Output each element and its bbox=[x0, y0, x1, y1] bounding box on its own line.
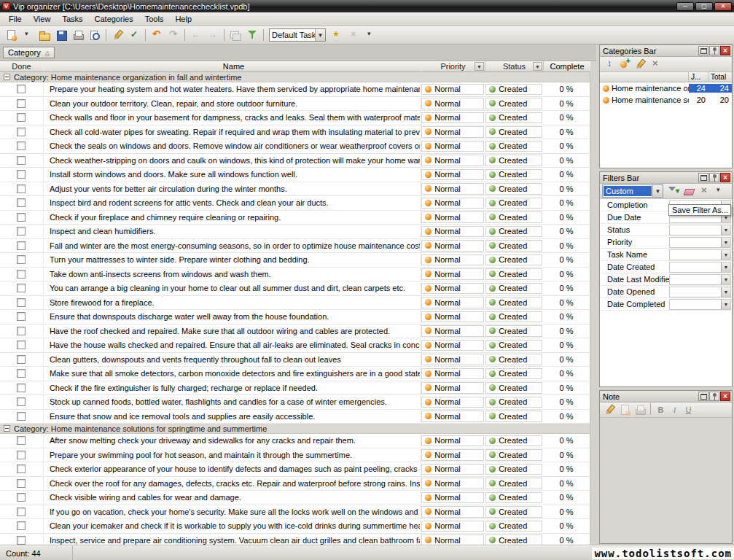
priority-cell[interactable]: Normal bbox=[421, 198, 484, 209]
status-cell[interactable]: Created bbox=[485, 311, 542, 323]
priority-cell[interactable]: Normal bbox=[421, 492, 484, 504]
task-row[interactable]: Clean your icemaker and check if it is w… bbox=[0, 519, 590, 534]
print-preview-button[interactable] bbox=[87, 28, 103, 43]
priority-cell[interactable]: Normal bbox=[421, 183, 484, 195]
column-header-name[interactable]: Name bbox=[44, 61, 421, 71]
task-row[interactable]: Stock up canned foods, bottled water, fl… bbox=[0, 395, 590, 410]
done-checkbox[interactable] bbox=[17, 436, 26, 445]
priority-cell[interactable]: Normal bbox=[421, 254, 484, 266]
priority-cell[interactable]: Normal bbox=[421, 411, 484, 422]
status-cell[interactable]: Created bbox=[485, 411, 542, 422]
done-checkbox[interactable] bbox=[17, 113, 26, 122]
column-header-done[interactable]: Done bbox=[0, 61, 44, 71]
menu-categories[interactable]: Categories bbox=[89, 12, 139, 26]
pin-panel-icon[interactable] bbox=[709, 392, 719, 401]
chevron-down-icon[interactable]: ▼ bbox=[315, 29, 325, 41]
status-cell[interactable]: Created bbox=[485, 297, 542, 308]
status-cell[interactable]: Created bbox=[485, 449, 542, 461]
task-row[interactable]: Check exterior appearance of your house … bbox=[0, 462, 590, 477]
priority-cell[interactable]: Normal bbox=[421, 534, 484, 545]
done-checkbox[interactable] bbox=[17, 384, 26, 392]
task-row[interactable]: Prepare your swimming pool for hot seaso… bbox=[0, 448, 590, 463]
done-checkbox[interactable] bbox=[17, 128, 26, 136]
status-cell[interactable]: Created bbox=[485, 240, 542, 252]
status-cell[interactable]: Created bbox=[485, 112, 542, 124]
toolbar-options-dropdown[interactable] bbox=[362, 28, 378, 43]
category-row[interactable]: Home maintenance solut2020 bbox=[600, 94, 732, 106]
status-cell[interactable]: Created bbox=[485, 534, 542, 545]
column-header-priority[interactable]: Priority ▼ bbox=[421, 61, 485, 71]
done-checkbox[interactable] bbox=[17, 184, 26, 193]
delete-category-button[interactable] bbox=[648, 58, 663, 71]
filter-preset-combo[interactable]: Custom ▼ bbox=[602, 184, 663, 198]
filter-value-combo[interactable]: ▼ bbox=[669, 237, 731, 248]
done-checkbox[interactable] bbox=[17, 327, 26, 335]
category-group-row[interactable]: Category: Home maintenance organization … bbox=[0, 72, 590, 82]
priority-cell[interactable]: Normal bbox=[421, 169, 484, 181]
status-cell[interactable]: Created bbox=[485, 283, 542, 295]
task-row[interactable]: You can arrange a big cleaning in your h… bbox=[0, 281, 590, 296]
done-checkbox[interactable] bbox=[17, 255, 26, 264]
priority-cell[interactable]: Normal bbox=[421, 240, 484, 252]
status-cell[interactable]: Created bbox=[485, 492, 542, 504]
done-checkbox[interactable] bbox=[17, 479, 26, 488]
task-row[interactable]: Check visible wiring and cables for wear… bbox=[0, 491, 590, 505]
status-filter-dropdown-icon[interactable]: ▼ bbox=[533, 62, 542, 71]
status-cell[interactable]: Created bbox=[485, 397, 542, 408]
done-checkbox[interactable] bbox=[17, 355, 26, 364]
done-checkbox[interactable] bbox=[17, 198, 26, 207]
edit-task-button[interactable] bbox=[109, 28, 125, 43]
done-checkbox[interactable] bbox=[17, 341, 26, 349]
done-checkbox[interactable] bbox=[17, 298, 26, 307]
priority-cell[interactable]: Normal bbox=[421, 84, 484, 96]
note-editor[interactable] bbox=[600, 419, 732, 543]
priority-cell[interactable]: Normal bbox=[421, 325, 484, 337]
filter-value-combo[interactable]: ▼ bbox=[669, 299, 731, 310]
print-button[interactable] bbox=[70, 28, 86, 43]
priority-cell[interactable]: Normal bbox=[421, 211, 484, 223]
status-cell[interactable]: Created bbox=[485, 183, 542, 195]
done-checkbox[interactable] bbox=[17, 270, 26, 279]
priority-cell[interactable]: Normal bbox=[421, 155, 484, 166]
status-cell[interactable]: Created bbox=[485, 268, 542, 280]
task-row[interactable]: Make sure that all smoke detectors, carb… bbox=[0, 367, 590, 381]
task-row[interactable]: Ensure that snow and ice removal tools a… bbox=[0, 410, 590, 424]
status-cell[interactable]: Created bbox=[485, 126, 542, 138]
task-row[interactable]: Ensure that downspouts discharge water w… bbox=[0, 310, 590, 324]
status-cell[interactable]: Created bbox=[485, 478, 542, 489]
clear-filter-button[interactable] bbox=[682, 184, 696, 198]
float-panel-icon[interactable] bbox=[698, 173, 708, 182]
close-panel-icon[interactable] bbox=[720, 46, 730, 55]
priority-cell[interactable]: Normal bbox=[421, 268, 484, 280]
done-checkbox[interactable] bbox=[17, 412, 26, 421]
task-row[interactable]: Install storm windows and doors. Make su… bbox=[0, 168, 590, 182]
category-list[interactable]: Home maintenance orga2424Home maintenanc… bbox=[600, 82, 732, 106]
done-checkbox[interactable] bbox=[17, 536, 26, 545]
save-filter-button[interactable] bbox=[666, 184, 681, 198]
reorder-categories-button[interactable] bbox=[602, 58, 617, 71]
done-checkbox[interactable] bbox=[17, 227, 26, 236]
task-row[interactable]: If you go on vacation, check your home's… bbox=[0, 505, 590, 520]
task-row[interactable]: Prepare your heating system and hot wate… bbox=[0, 82, 590, 97]
save-filter-as-menu-item[interactable]: Save Filter As... bbox=[668, 204, 731, 216]
open-database-button[interactable] bbox=[36, 28, 52, 43]
undo-button[interactable] bbox=[149, 28, 165, 43]
menu-file[interactable]: File bbox=[3, 12, 28, 26]
done-checkbox[interactable] bbox=[17, 213, 26, 222]
menu-help[interactable]: Help bbox=[169, 12, 198, 26]
chevron-down-icon[interactable]: ▼ bbox=[721, 250, 730, 260]
done-checkbox[interactable] bbox=[17, 99, 26, 108]
done-checkbox[interactable] bbox=[17, 170, 26, 179]
status-cell[interactable]: Created bbox=[485, 198, 542, 209]
priority-cell[interactable]: Normal bbox=[421, 141, 484, 152]
task-row[interactable]: Check weather-stripping on doors and cau… bbox=[0, 154, 590, 168]
status-cell[interactable]: Created bbox=[485, 382, 542, 394]
priority-cell[interactable]: Normal bbox=[421, 297, 484, 308]
category-name-column-header[interactable] bbox=[600, 72, 689, 82]
complete-task-button[interactable] bbox=[126, 28, 142, 43]
category-row[interactable]: Home maintenance orga2424 bbox=[600, 82, 732, 94]
chevron-down-icon[interactable]: ▼ bbox=[721, 225, 730, 235]
priority-cell[interactable]: Normal bbox=[421, 449, 484, 461]
menu-view[interactable]: View bbox=[28, 12, 57, 26]
priority-cell[interactable]: Normal bbox=[421, 506, 484, 518]
